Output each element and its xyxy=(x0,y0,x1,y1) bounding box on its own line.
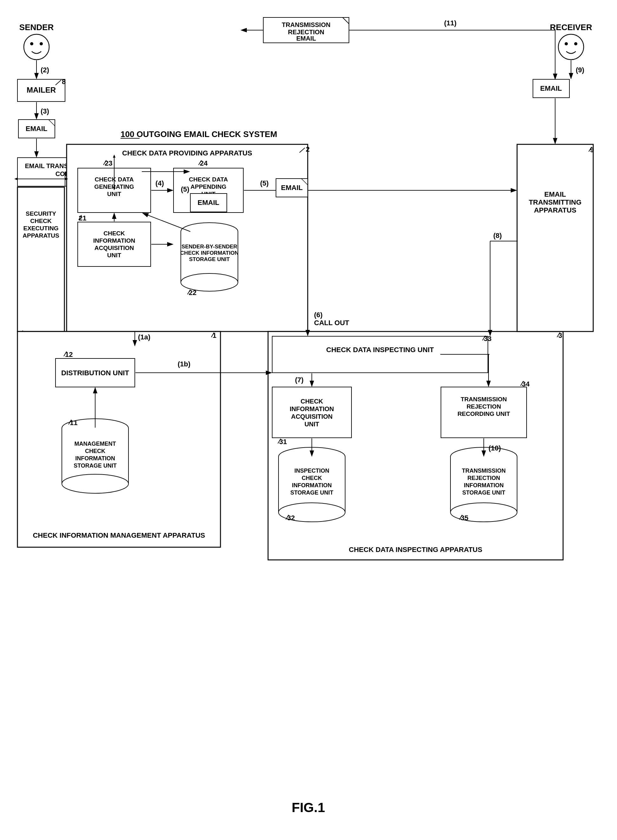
svg-text:CHECK DATA PROVIDING APPARATUS: CHECK DATA PROVIDING APPARATUS xyxy=(122,149,252,157)
svg-text:UNIT: UNIT xyxy=(107,190,121,197)
svg-text:STORAGE UNIT: STORAGE UNIT xyxy=(189,256,230,262)
svg-text:TRANSMISSION: TRANSMISSION xyxy=(282,21,330,28)
svg-point-141 xyxy=(62,474,128,493)
svg-text:CHECK: CHECK xyxy=(30,218,52,224)
svg-point-40 xyxy=(24,34,49,60)
svg-text:TRANSMISSION: TRANSMISSION xyxy=(461,396,507,403)
svg-text:(1a): (1a) xyxy=(138,333,151,341)
svg-text:3: 3 xyxy=(558,332,562,340)
svg-text:CHECK: CHECK xyxy=(103,230,125,237)
svg-text:APPARATUS: APPARATUS xyxy=(534,206,576,214)
svg-text:INFORMATION: INFORMATION xyxy=(93,237,136,244)
svg-text:(7): (7) xyxy=(295,376,304,384)
svg-rect-198 xyxy=(517,144,593,332)
svg-text:(1b): (1b) xyxy=(178,360,190,368)
svg-text:STORAGE UNIT: STORAGE UNIT xyxy=(462,490,505,496)
svg-text:CHECK INFORMATION: CHECK INFORMATION xyxy=(180,250,239,256)
svg-text:APPARATUS: APPARATUS xyxy=(22,232,59,239)
svg-text:(2): (2) xyxy=(41,66,49,74)
svg-text:(11): (11) xyxy=(444,19,456,27)
svg-text:EMAIL: EMAIL xyxy=(296,35,316,42)
svg-text:TRANSMITTING: TRANSMITTING xyxy=(529,198,582,206)
main-svg: SENDER RECEIVER TRANSMISSION REJECTION E… xyxy=(0,0,617,840)
svg-rect-157 xyxy=(272,387,351,438)
sender-label: SENDER xyxy=(19,22,54,32)
svg-text:8: 8 xyxy=(62,78,66,86)
svg-text:MANAGEMENT: MANAGEMENT xyxy=(75,441,116,447)
svg-text:(10): (10) xyxy=(489,444,501,452)
fig-label: FIG.1 xyxy=(292,800,325,815)
svg-text:TRANSMISSION: TRANSMISSION xyxy=(462,468,506,474)
svg-text:CHECK INFORMATION MANAGEMENT A: CHECK INFORMATION MANAGEMENT APPARATUS xyxy=(32,531,205,539)
svg-text:CHECK: CHECK xyxy=(85,448,105,454)
svg-text:CALL OUT: CALL OUT xyxy=(314,319,349,327)
svg-text:STORAGE UNIT: STORAGE UNIT xyxy=(290,490,334,496)
svg-text:SECURITY: SECURITY xyxy=(26,210,56,217)
svg-rect-102 xyxy=(78,222,151,266)
svg-text:EMAIL: EMAIL xyxy=(540,84,562,92)
svg-text:1: 1 xyxy=(213,332,216,340)
svg-text:UNIT: UNIT xyxy=(107,252,121,258)
full-diagram: SENDER RECEIVER TRANSMISSION REJECTION E… xyxy=(0,0,617,840)
svg-text:(3): (3) xyxy=(41,107,49,115)
svg-text:EMAIL: EMAIL xyxy=(281,184,303,192)
svg-text:RECORDING UNIT: RECORDING UNIT xyxy=(458,410,510,417)
svg-text:2: 2 xyxy=(306,145,310,153)
svg-text:100  OUTGOING EMAIL CHECK SYST: 100 OUTGOING EMAIL CHECK SYSTEM xyxy=(121,130,277,139)
svg-text:CHECK: CHECK xyxy=(302,475,322,481)
svg-text:(5): (5) xyxy=(181,185,189,193)
svg-point-43 xyxy=(558,34,584,60)
svg-text:REJECTION: REJECTION xyxy=(466,403,501,410)
svg-text:DISTRIBUTION UNIT: DISTRIBUTION UNIT xyxy=(61,369,129,377)
svg-text:REJECTION: REJECTION xyxy=(467,475,500,481)
svg-text:(5): (5) xyxy=(260,179,269,187)
svg-text:ACQUISITION: ACQUISITION xyxy=(94,245,134,251)
svg-text:SENDER-BY-SENDER: SENDER-BY-SENDER xyxy=(182,244,237,249)
receiver-label: RECEIVER xyxy=(550,22,592,32)
svg-text:MAILER: MAILER xyxy=(27,86,56,94)
svg-text:EMAIL: EMAIL xyxy=(544,190,566,198)
svg-text:CHECK: CHECK xyxy=(300,398,323,405)
svg-point-42 xyxy=(40,42,43,45)
svg-marker-86 xyxy=(14,178,18,180)
svg-text:(8): (8) xyxy=(493,232,502,239)
svg-text:INSPECTION: INSPECTION xyxy=(294,468,329,474)
svg-text:(9): (9) xyxy=(576,66,585,74)
svg-text:CHECK DATA: CHECK DATA xyxy=(189,176,228,183)
svg-text:APPENDING: APPENDING xyxy=(190,183,226,190)
svg-rect-76 xyxy=(18,187,64,332)
svg-text:INFORMATION: INFORMATION xyxy=(292,482,332,489)
svg-text:UNIT: UNIT xyxy=(304,421,319,428)
svg-text:INFORMATION: INFORMATION xyxy=(289,405,334,412)
svg-point-45 xyxy=(574,42,577,45)
svg-text:INFORMATION: INFORMATION xyxy=(75,455,115,462)
svg-text:(4): (4) xyxy=(155,179,164,187)
svg-text:CHECK DATA INSPECTING UNIT: CHECK DATA INSPECTING UNIT xyxy=(326,346,434,354)
svg-text:REJECTION: REJECTION xyxy=(288,28,324,35)
svg-point-41 xyxy=(30,42,33,45)
svg-text:(6): (6) xyxy=(314,311,323,319)
svg-point-44 xyxy=(565,42,568,45)
svg-text:CHECK DATA INSPECTING APPARATU: CHECK DATA INSPECTING APPARATUS xyxy=(349,546,483,554)
svg-text:EMAIL: EMAIL xyxy=(198,199,219,207)
svg-text:INFORMATION: INFORMATION xyxy=(464,482,504,489)
svg-text:EMAIL: EMAIL xyxy=(26,125,47,133)
svg-text:EXECUTING: EXECUTING xyxy=(24,225,59,232)
svg-text:STORAGE UNIT: STORAGE UNIT xyxy=(74,462,117,469)
svg-text:9: 9 xyxy=(590,146,594,154)
svg-text:ACQUISITION: ACQUISITION xyxy=(291,413,332,420)
